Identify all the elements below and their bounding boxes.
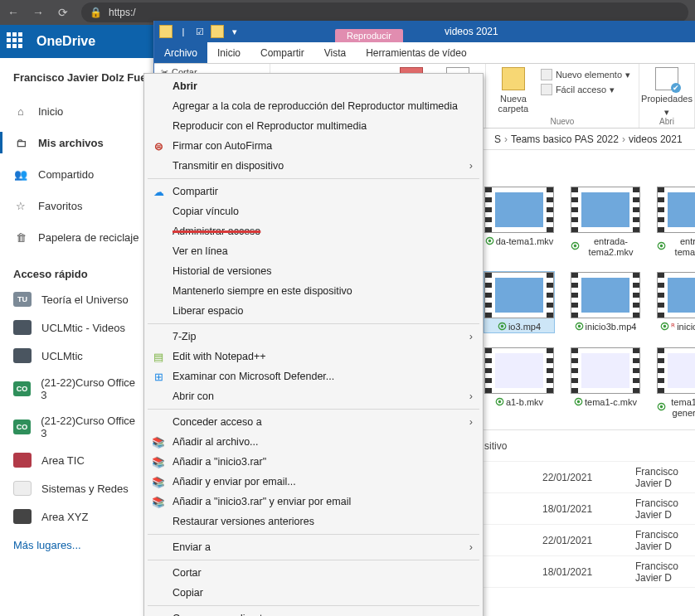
file-item[interactable]: ⦿tema1-c.mkv — [571, 347, 640, 408]
sync-ok-icon: ⦿ — [657, 241, 666, 252]
qat-divider: | — [177, 26, 189, 37]
crumb[interactable]: S — [494, 133, 501, 145]
refresh-icon[interactable]: ⟳ — [56, 6, 70, 19]
ctx-historial-versiones[interactable]: Historial de versiones — [146, 261, 481, 281]
people-icon: 👥 — [13, 167, 28, 182]
quick-item[interactable]: Sistemas y Redes — [0, 474, 153, 502]
ctx-liberar-espacio[interactable]: Liberar espacio — [146, 301, 481, 321]
crumb[interactable]: videos 2021 — [629, 133, 683, 145]
ctx-crear-acceso-directo[interactable]: Crear acceso directo — [146, 609, 481, 616]
sync-ok-icon: ⦿ — [660, 322, 669, 332]
new-item-icon — [541, 69, 552, 80]
ctx-cortar[interactable]: Cortar — [146, 563, 481, 583]
person-icon: ᴿ — [671, 322, 675, 332]
file-item[interactable]: ⦿da-tema1.mkv — [484, 187, 554, 247]
file-item[interactable]: ⦿a1-b.mkv — [484, 347, 554, 408]
crumb[interactable]: Teams basico PAS 2022 — [511, 133, 619, 145]
sync-ok-icon: ⦿ — [495, 397, 504, 408]
new-folder-button[interactable]: Nueva carpeta — [494, 67, 532, 114]
folder-icon — [211, 25, 224, 38]
notepadpp-icon: ▤ — [151, 349, 166, 364]
file-item[interactable]: ⦿entrada-tema2.mkv — [571, 187, 640, 257]
user-name: Francisco Javier Dolz Fuen — [0, 71, 153, 95]
quick-item[interactable]: CO(21-22)Curso Office 3 — [0, 408, 153, 446]
quick-label: Teoría el Universo — [41, 293, 129, 306]
file-item[interactable]: ⦿inicio3b.mp4 — [571, 272, 640, 332]
onedrive-sidebar: Francisco Javier Dolz Fuen ⌂Inicio 🗀Mis … — [0, 58, 153, 616]
ctx-7zip[interactable]: 7-Zip› — [146, 327, 481, 347]
ctx-anadir-rar[interactable]: 📚Añadir a "inicio3.rar" — [146, 452, 481, 472]
nav-compartido[interactable]: 👥Compartido — [0, 158, 153, 190]
label: Copiar — [173, 587, 203, 599]
ctx-anadir-email[interactable]: 📚Añadir y enviar por email... — [146, 472, 481, 492]
ctx-anadir-rar-email[interactable]: 📚Añadir a "inicio3.rar" y enviar por ema… — [146, 492, 481, 512]
site-badge — [13, 453, 32, 468]
owner-cell: Francisco Javier D — [635, 560, 695, 584]
date-cell: 22/01/2021 — [542, 535, 635, 546]
app-launcher-icon[interactable] — [7, 32, 25, 51]
ctx-defender[interactable]: ⊞Examinar con Microsoft Defender... — [146, 366, 481, 386]
ctx-abrir[interactable]: Abrir — [146, 76, 481, 96]
sync-ok-icon: ⦿ — [575, 322, 584, 332]
properties-button[interactable]: Propiedades▾ — [648, 67, 686, 118]
quick-item[interactable]: Area XYZ — [0, 502, 153, 531]
ctx-transmitir[interactable]: Transmitir en dispositivo› — [146, 156, 481, 176]
nav-label: Favoritos — [38, 200, 82, 212]
qat-check-icon[interactable]: ☑ — [194, 26, 206, 37]
ctx-enviar-a[interactable]: Enviar a› — [146, 537, 481, 557]
contextual-tab-label[interactable]: Reproducir — [335, 29, 403, 42]
ctx-reproducir[interactable]: Reproducir con el Reproductor multimedia — [146, 116, 481, 136]
ctx-compartir[interactable]: ☁Compartir — [146, 182, 481, 201]
nav-papelera[interactable]: 🗑Papelera de reciclaje — [0, 221, 153, 253]
nav-favoritos[interactable]: ☆Favoritos — [0, 190, 153, 221]
more-places-link[interactable]: Más lugares... — [0, 531, 153, 560]
easy-access-button[interactable]: Fácil acceso ▾ — [541, 84, 630, 95]
ctx-conceder-acceso[interactable]: Conceder acceso a› — [146, 412, 481, 432]
nav-inicio[interactable]: ⌂Inicio — [0, 95, 153, 127]
chevron-right-icon: › — [469, 331, 473, 342]
ctx-autofirma[interactable]: ⊜Firmar con AutoFirma — [146, 136, 481, 156]
ctx-anadir-archivo[interactable]: 📚Añadir al archivo... — [146, 432, 481, 452]
quick-label: Area XYZ — [41, 511, 88, 523]
file-name: da-tema1.mkv — [496, 236, 554, 247]
ctx-restaurar-versiones[interactable]: Restaurar versiones anteriores — [146, 512, 481, 531]
label: Examinar con Microsoft Defender... — [173, 371, 334, 382]
chevron-right-icon: › — [504, 133, 508, 145]
new-folder-icon — [502, 67, 525, 90]
ctx-copiar[interactable]: Copiar — [146, 583, 481, 603]
file-item[interactable]: ⦿entrada-tema3.mkv — [657, 187, 695, 257]
ctx-mantener-dispositivo[interactable]: Mantenerlo siempre en este dispositivo — [146, 281, 481, 301]
file-item[interactable]: ⦿ᴿinicio4.mp4 — [657, 272, 695, 332]
ctx-notepadpp[interactable]: ▤Edit with Notepad++ — [146, 347, 481, 366]
history-forward-icon[interactable]: → — [32, 6, 45, 19]
quick-item[interactable]: CO(21-22)Curso Office 3 — [0, 370, 153, 408]
explorer-titlebar[interactable]: | ☑ ▾ Reproducir videos 2021 — [154, 21, 695, 42]
ribbon-group-abrir: Propiedades▾ Abri — [639, 64, 695, 128]
quick-item[interactable]: Area TIC — [0, 446, 153, 474]
tab-archivo[interactable]: Archivo — [154, 42, 207, 63]
quick-item[interactable]: UCLMtic - Videos — [0, 313, 153, 342]
ctx-copiar-vinculo[interactable]: Copiar vínculo — [146, 201, 481, 221]
ctx-agregar-cola[interactable]: Agregar a la cola de reproducción del Re… — [146, 96, 481, 116]
quick-item[interactable]: UCLMtic — [0, 342, 153, 370]
tab-compartir[interactable]: Compartir — [250, 42, 314, 63]
address-bar[interactable]: 🔒 https:/ — [81, 2, 688, 22]
ctx-administrar-acceso[interactable]: Administrar acceso — [146, 221, 481, 241]
nav-mis-archivos[interactable]: 🗀Mis archivos — [0, 127, 153, 158]
col-header[interactable]: sitivo — [484, 440, 542, 452]
tab-vista[interactable]: Vista — [314, 42, 356, 63]
file-item[interactable]: ⦿tema1-vision general.mkv — [657, 347, 695, 418]
ctx-abrir-con[interactable]: Abrir con› — [146, 386, 481, 406]
tab-herramientas-video[interactable]: Herramientas de vídeo — [356, 42, 476, 63]
quick-item[interactable]: TUTeoría el Universo — [0, 285, 153, 313]
tab-inicio[interactable]: Inicio — [207, 42, 250, 63]
new-item-button[interactable]: Nuevo elemento ▾ — [541, 69, 630, 80]
group-label: Nuevo — [486, 117, 639, 126]
ctx-ver-en-linea[interactable]: Ver en línea — [146, 241, 481, 261]
history-back-icon[interactable]: ← — [7, 6, 20, 19]
site-badge — [13, 509, 32, 524]
qat-dropdown-icon[interactable]: ▾ — [229, 26, 241, 37]
quick-label: UCLMtic - Videos — [41, 322, 125, 334]
file-item-selected[interactable]: ⦿io3.mp4 — [484, 272, 554, 332]
chevron-right-icon: › — [622, 133, 625, 145]
